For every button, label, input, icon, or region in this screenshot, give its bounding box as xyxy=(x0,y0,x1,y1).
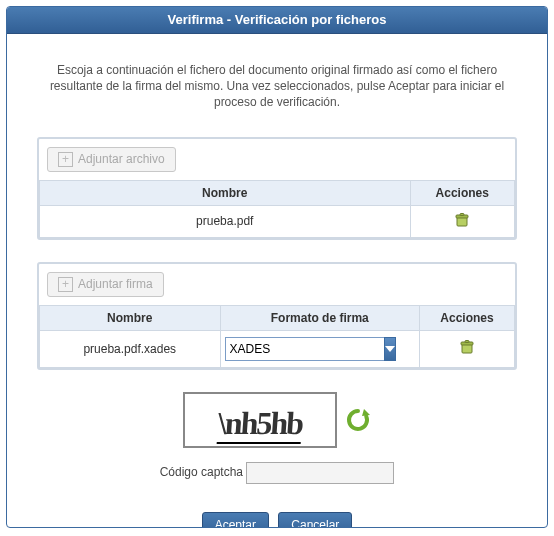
accept-button[interactable]: Aceptar xyxy=(202,512,269,528)
chevron-down-icon[interactable] xyxy=(384,337,396,361)
sig-table-col-format: Formato de firma xyxy=(220,305,420,330)
captcha-text: \nh5hb xyxy=(217,405,304,444)
buttons-row: Aceptar Cancelar xyxy=(37,512,517,528)
refresh-icon[interactable] xyxy=(345,407,371,433)
captcha-input-row: Código captcha xyxy=(37,462,517,484)
svg-marker-7 xyxy=(362,409,370,416)
table-row: prueba.pdf.xades xyxy=(40,330,515,367)
svg-rect-6 xyxy=(465,341,469,343)
captcha-image: \nh5hb xyxy=(183,392,337,448)
format-select[interactable] xyxy=(225,337,375,361)
svg-marker-3 xyxy=(385,346,395,352)
dialog: Verifirma - Verificación por ficheros Es… xyxy=(6,6,548,528)
format-select-value[interactable] xyxy=(225,337,384,361)
trash-icon[interactable] xyxy=(459,339,475,358)
file-name-cell: prueba.pdf xyxy=(40,205,411,237)
file-table: Nombre Acciones prueba.pdf xyxy=(39,180,515,238)
sig-table-col-name: Nombre xyxy=(40,305,221,330)
trash-icon[interactable] xyxy=(454,212,470,231)
sig-table-col-actions: Acciones xyxy=(420,305,515,330)
captcha-label: Código captcha xyxy=(160,465,243,479)
attach-file-button[interactable]: + Adjuntar archivo xyxy=(47,147,176,172)
instructions-text: Escoja a continuación el fichero del doc… xyxy=(37,62,517,111)
captcha-input[interactable] xyxy=(246,462,394,484)
plus-icon: + xyxy=(58,152,73,167)
attach-file-label: Adjuntar archivo xyxy=(78,152,165,166)
file-table-col-actions: Acciones xyxy=(410,180,515,205)
table-row: prueba.pdf xyxy=(40,205,515,237)
file-section: + Adjuntar archivo Nombre Acciones prueb… xyxy=(37,137,517,240)
dialog-content: Escoja a continuación el fichero del doc… xyxy=(7,34,547,528)
sig-name-cell: prueba.pdf.xades xyxy=(40,330,221,367)
cancel-button[interactable]: Cancelar xyxy=(278,512,352,528)
file-table-col-name: Nombre xyxy=(40,180,411,205)
captcha-row: \nh5hb xyxy=(37,392,517,448)
signature-table: Nombre Formato de firma Acciones prueba.… xyxy=(39,305,515,368)
signature-section: + Adjuntar firma Nombre Formato de firma… xyxy=(37,262,517,370)
svg-rect-2 xyxy=(460,213,464,215)
attach-signature-button[interactable]: + Adjuntar firma xyxy=(47,272,164,297)
plus-icon: + xyxy=(58,277,73,292)
attach-signature-label: Adjuntar firma xyxy=(78,277,153,291)
dialog-title: Verifirma - Verificación por ficheros xyxy=(7,7,547,34)
